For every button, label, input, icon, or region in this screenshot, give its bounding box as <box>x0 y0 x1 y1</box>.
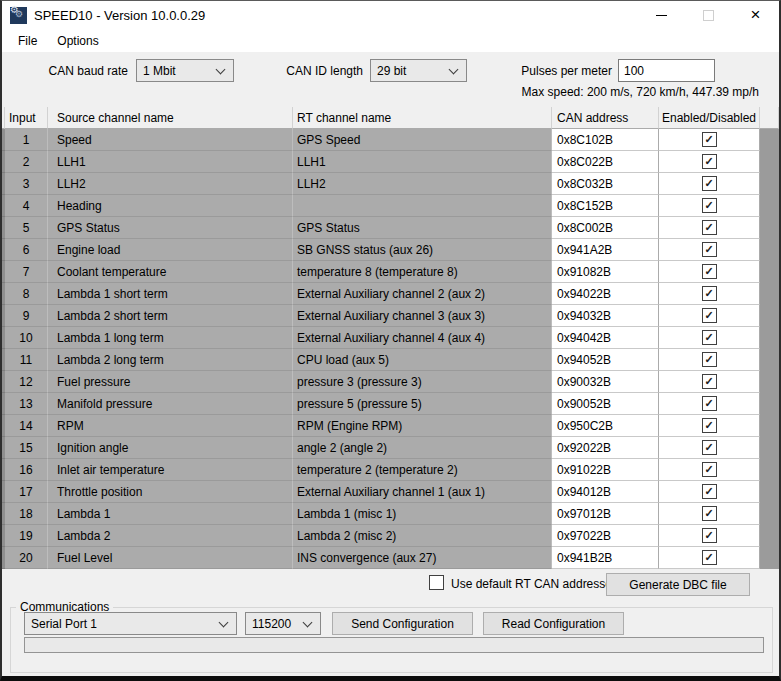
rt-channel-cell: Lambda 2 (misc 2) <box>293 525 552 547</box>
enabled-cell: ✓ <box>659 393 760 415</box>
enabled-checkbox[interactable]: ✓ <box>702 330 717 345</box>
enabled-checkbox[interactable]: ✓ <box>702 462 717 477</box>
source-channel-cell: Lambda 2 <box>48 525 293 547</box>
enabled-checkbox[interactable]: ✓ <box>702 528 717 543</box>
rt-channel-cell: LLH2 <box>293 173 552 195</box>
can-address-cell[interactable]: 0x90032B <box>552 371 659 393</box>
table-row: 6Engine loadSB GNSS status (aux 26)0x941… <box>2 239 779 261</box>
enabled-checkbox[interactable]: ✓ <box>702 374 717 389</box>
can-address-cell[interactable]: 0x950C2B <box>552 415 659 437</box>
enabled-checkbox[interactable]: ✓ <box>702 550 717 565</box>
enabled-checkbox[interactable]: ✓ <box>702 264 717 279</box>
header-input: Input <box>5 107 48 129</box>
enabled-checkbox[interactable]: ✓ <box>702 506 717 521</box>
app-gears-icon: ⚙ ⚙ <box>10 7 27 24</box>
rt-channel-cell: External Auxiliary channel 1 (aux 1) <box>293 481 552 503</box>
enabled-cell: ✓ <box>659 459 760 481</box>
rt-channel-cell: External Auxiliary channel 3 (aux 3) <box>293 305 552 327</box>
enabled-checkbox[interactable]: ✓ <box>702 286 717 301</box>
enabled-checkbox[interactable]: ✓ <box>702 484 717 499</box>
can-address-cell[interactable]: 0x90052B <box>552 393 659 415</box>
chevron-down-icon <box>216 64 226 74</box>
table-header-row: Input Source channel name RT channel nam… <box>2 107 779 129</box>
can-address-cell[interactable]: 0x8C152B <box>552 195 659 217</box>
pulses-per-meter-input[interactable] <box>618 59 715 82</box>
header-rt-channel: RT channel name <box>293 107 552 129</box>
can-address-cell[interactable]: 0x8C022B <box>552 151 659 173</box>
can-address-cell[interactable]: 0x91022B <box>552 459 659 481</box>
table-row: 19Lambda 2Lambda 2 (misc 2)0x97022B✓ <box>2 525 779 547</box>
table-row: 2LLH1LLH10x8C022B✓ <box>2 151 779 173</box>
enabled-cell: ✓ <box>659 349 760 371</box>
can-address-cell[interactable]: 0x8C032B <box>552 173 659 195</box>
table-row: 14RPMRPM (Engine RPM)0x950C2B✓ <box>2 415 779 437</box>
can-address-cell[interactable]: 0x94012B <box>552 481 659 503</box>
enabled-checkbox[interactable]: ✓ <box>702 154 717 169</box>
can-address-cell[interactable]: 0x94052B <box>552 349 659 371</box>
can-address-cell[interactable]: 0x97012B <box>552 503 659 525</box>
table-row: 12Fuel pressurepressure 3 (pressure 3)0x… <box>2 371 779 393</box>
enabled-cell: ✓ <box>659 415 760 437</box>
enabled-checkbox[interactable]: ✓ <box>702 220 717 235</box>
enabled-checkbox[interactable]: ✓ <box>702 396 717 411</box>
enabled-checkbox[interactable]: ✓ <box>702 308 717 323</box>
row-gutter <box>760 261 779 283</box>
can-address-cell[interactable]: 0x94042B <box>552 327 659 349</box>
can-baud-rate-select[interactable]: 1 Mbit <box>136 59 234 82</box>
enabled-checkbox[interactable]: ✓ <box>702 242 717 257</box>
can-address-cell[interactable]: 0x8C002B <box>552 217 659 239</box>
source-channel-cell: Throttle position <box>48 481 293 503</box>
source-channel-cell: RPM <box>48 415 293 437</box>
enabled-checkbox[interactable]: ✓ <box>702 352 717 367</box>
can-address-cell[interactable]: 0x94022B <box>552 283 659 305</box>
input-number-cell: 18 <box>5 503 48 525</box>
menu-file[interactable]: File <box>8 31 47 51</box>
header-enabled-disabled: Enabled/Disabled <box>659 107 760 129</box>
row-gutter <box>760 173 779 195</box>
enabled-checkbox[interactable]: ✓ <box>702 418 717 433</box>
input-number-cell: 2 <box>5 151 48 173</box>
rt-channel-cell: GPS Speed <box>293 129 552 151</box>
table-row: 7Coolant temperaturetemperature 8 (tempe… <box>2 261 779 283</box>
row-gutter <box>760 239 779 261</box>
enabled-cell: ✓ <box>659 525 760 547</box>
close-icon: × <box>751 6 761 23</box>
source-channel-cell: Lambda 1 <box>48 503 293 525</box>
baud-rate-select[interactable]: 115200 <box>245 612 321 635</box>
enabled-cell: ✓ <box>659 151 760 173</box>
can-address-cell[interactable]: 0x91082B <box>552 261 659 283</box>
serial-port-select[interactable]: Serial Port 1 <box>24 612 237 635</box>
row-gutter <box>760 393 779 415</box>
close-button[interactable]: × <box>732 1 779 29</box>
use-default-rt-can-checkbox[interactable] <box>429 575 444 590</box>
input-number-cell: 7 <box>5 261 48 283</box>
can-address-cell[interactable]: 0x94032B <box>552 305 659 327</box>
pulses-per-meter-label: Pulses per meter <box>502 64 612 78</box>
send-configuration-button[interactable]: Send Configuration <box>332 612 473 635</box>
read-configuration-button[interactable]: Read Configuration <box>483 612 624 635</box>
can-address-cell[interactable]: 0x97022B <box>552 525 659 547</box>
rt-channel-cell: angle 2 (angle 2) <box>293 437 552 459</box>
rt-channel-cell: External Auxiliary channel 2 (aux 2) <box>293 283 552 305</box>
can-address-cell[interactable]: 0x8C102B <box>552 129 659 151</box>
minimize-button[interactable] <box>638 1 685 29</box>
input-number-cell: 9 <box>5 305 48 327</box>
rt-channel-cell: GPS Status <box>293 217 552 239</box>
can-address-cell[interactable]: 0x941A2B <box>552 239 659 261</box>
enabled-checkbox[interactable]: ✓ <box>702 198 717 213</box>
menu-options[interactable]: Options <box>47 31 108 51</box>
row-gutter <box>760 503 779 525</box>
can-address-cell[interactable]: 0x941B2B <box>552 547 659 569</box>
generate-dbc-button[interactable]: Generate DBC file <box>606 573 750 596</box>
chevron-down-icon <box>303 617 313 627</box>
enabled-checkbox[interactable]: ✓ <box>702 440 717 455</box>
input-number-cell: 6 <box>5 239 48 261</box>
row-gutter <box>760 151 779 173</box>
can-id-length-select[interactable]: 29 bit <box>370 59 467 82</box>
row-gutter <box>760 327 779 349</box>
enabled-checkbox[interactable]: ✓ <box>702 132 717 147</box>
table-body: 1SpeedGPS Speed0x8C102B✓2LLH1LLH10x8C022… <box>2 129 779 569</box>
enabled-checkbox[interactable]: ✓ <box>702 176 717 191</box>
source-channel-cell: LLH1 <box>48 151 293 173</box>
can-address-cell[interactable]: 0x92022B <box>552 437 659 459</box>
